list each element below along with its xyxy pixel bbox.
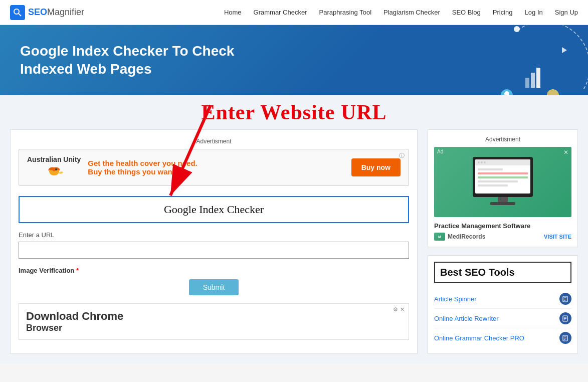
- svg-point-19: [481, 161, 483, 163]
- right-ad-ad-label: Ad: [437, 149, 443, 154]
- seo-tool-item-1[interactable]: Online Article Rewriter: [434, 309, 571, 328]
- tool-title: Google Index Checker: [19, 196, 409, 223]
- bottom-ad-close-icon[interactable]: ✕: [400, 306, 405, 313]
- right-panel: Advertisment Ad ✕: [428, 129, 578, 354]
- nav-signup[interactable]: Sign Up: [555, 9, 578, 16]
- required-star: *: [76, 267, 79, 274]
- svg-rect-22: [478, 172, 528, 174]
- nav-home[interactable]: Home: [224, 9, 242, 16]
- url-label: Enter a URL: [19, 231, 409, 239]
- hero-title: Google Index Checker To Check Indexed We…: [20, 42, 234, 79]
- ad-logo-text: Australian Unity: [27, 155, 81, 163]
- nav-plagiarism-checker[interactable]: Plagiarism Checker: [383, 9, 440, 16]
- svg-point-2: [514, 26, 520, 32]
- seo-tool-icon-0: [559, 293, 571, 305]
- logo-text: SEOMagnifier: [28, 7, 84, 18]
- svg-point-10: [547, 89, 559, 95]
- right-ad-close-icon[interactable]: ✕: [563, 149, 568, 156]
- svg-rect-25: [478, 184, 508, 186]
- svg-rect-23: [478, 176, 528, 178]
- svg-rect-4: [525, 78, 529, 88]
- seo-tool-link-1[interactable]: Online Article Rewriter: [434, 315, 555, 322]
- svg-point-7: [501, 89, 513, 95]
- best-seo-section: Best SEO Tools Article Spinner Online Ar…: [428, 255, 578, 354]
- logo-magnifier: Magnifier: [47, 7, 84, 17]
- main-content: Advertisment ⓘ Australian Unity: [0, 124, 588, 364]
- nav-login[interactable]: Log In: [525, 9, 543, 16]
- best-seo-title: Best SEO Tools: [434, 262, 571, 283]
- submit-button[interactable]: Submit: [189, 279, 239, 295]
- hero-banner: Google Index Checker To Check Indexed We…: [0, 25, 588, 95]
- visit-site-link[interactable]: VISIT SITE: [544, 234, 571, 240]
- left-panel: Advertisment ⓘ Australian Unity: [10, 129, 418, 354]
- seo-tool-icon-2: [559, 332, 571, 344]
- svg-rect-17: [475, 159, 530, 165]
- right-ad-brand-name: MediRecords: [448, 233, 485, 240]
- seo-tool-item-2[interactable]: Online Grammar Checker PRO: [434, 328, 571, 347]
- seo-tool-link-0[interactable]: Article Spinner: [434, 295, 555, 303]
- bottom-ad-sub: Browser: [26, 323, 402, 333]
- seo-tool-icon-1: [559, 312, 571, 324]
- enter-url-section: Enter Website URL: [0, 95, 588, 124]
- right-ad-practice: Practice Management Software: [434, 222, 571, 230]
- right-ad-brand-logo-icon: M: [434, 233, 445, 241]
- ad-buy-now-button[interactable]: Buy now: [351, 158, 401, 176]
- navbar: SEOMagnifier Home Grammar Checker Paraph…: [0, 0, 588, 25]
- submit-wrapper: Submit: [19, 279, 409, 295]
- svg-marker-3: [562, 47, 567, 53]
- bottom-ad-title: Download Chrome: [26, 310, 402, 323]
- svg-rect-6: [536, 68, 540, 88]
- ad-label-top: Advertisment: [19, 138, 409, 145]
- svg-rect-21: [478, 168, 503, 170]
- nav-pricing[interactable]: Pricing: [493, 9, 513, 16]
- enter-url-heading: Enter Website URL: [0, 100, 588, 124]
- logo-icon: [10, 5, 25, 20]
- nav-paraphrasing-tool[interactable]: Paraphrasing Tool: [319, 9, 371, 16]
- svg-rect-24: [478, 180, 518, 182]
- bottom-ad-controls: ⚙ ✕: [393, 306, 405, 313]
- ad-info-icon[interactable]: ⓘ: [399, 152, 405, 159]
- svg-point-8: [504, 91, 509, 95]
- ad-logo-area: Australian Unity: [27, 155, 81, 179]
- bottom-ad-settings-icon[interactable]: ⚙: [393, 306, 398, 313]
- monitor-illustration: [468, 154, 538, 210]
- bottom-ad: ⚙ ✕ Download Chrome Browser: [19, 303, 409, 340]
- image-verification-label: Image Verification *: [19, 267, 409, 274]
- right-ad-brand: M MediRecords: [434, 233, 485, 241]
- right-ad-footer: M MediRecords VISIT SITE: [434, 233, 571, 241]
- ad-message: Get the health cover you need. Buy the t…: [88, 159, 344, 176]
- svg-rect-27: [490, 202, 515, 205]
- nav-seo-blog[interactable]: SEO Blog: [452, 9, 481, 16]
- svg-rect-26: [498, 197, 508, 202]
- logo[interactable]: SEOMagnifier: [10, 5, 84, 20]
- svg-rect-5: [531, 73, 535, 88]
- right-ad-label: Advertisment: [434, 136, 571, 143]
- svg-point-18: [478, 161, 480, 163]
- ad-banner: ⓘ Australian Unity Get the hea: [19, 149, 409, 186]
- right-ad-banner: Ad ✕: [434, 147, 571, 217]
- hero-illustration: [428, 25, 588, 95]
- svg-line-1: [19, 14, 21, 16]
- nav-grammar-checker[interactable]: Grammar Checker: [254, 9, 307, 16]
- nav-links: Home Grammar Checker Paraphrasing Tool P…: [224, 9, 578, 16]
- url-input[interactable]: [19, 242, 409, 259]
- seo-tool-item-0[interactable]: Article Spinner: [434, 289, 571, 309]
- svg-point-20: [484, 161, 486, 163]
- svg-point-0: [14, 9, 19, 14]
- hero-text: Google Index Checker To Check Indexed We…: [20, 42, 234, 79]
- svg-point-14: [55, 168, 57, 170]
- ad-bird-icon: [45, 163, 63, 179]
- seo-tool-link-2[interactable]: Online Grammar Checker PRO: [434, 334, 555, 342]
- right-ad-section: Advertisment Ad ✕: [428, 129, 578, 247]
